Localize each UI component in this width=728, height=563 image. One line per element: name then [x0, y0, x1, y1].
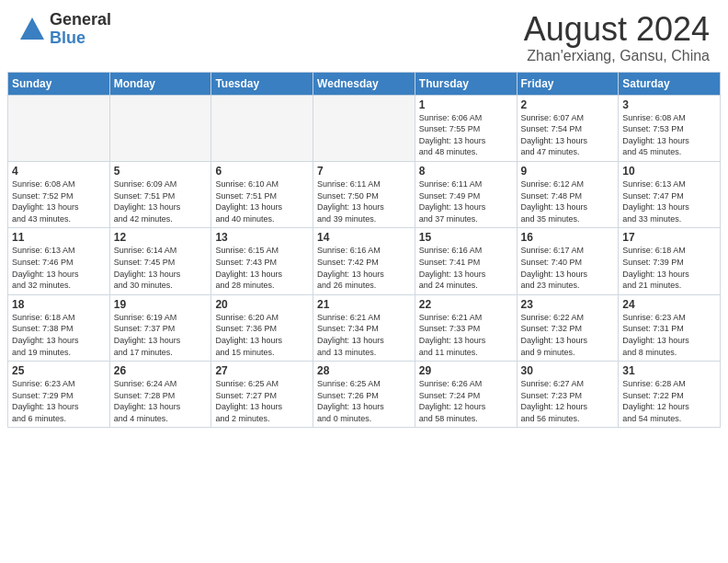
- calendar-day-29: 29Sunrise: 6:26 AM Sunset: 7:24 PM Dayli…: [415, 362, 517, 428]
- day-info: Sunrise: 6:18 AM Sunset: 7:38 PM Dayligh…: [12, 312, 106, 358]
- day-number: 1: [419, 98, 513, 111]
- calendar-day-17: 17Sunrise: 6:18 AM Sunset: 7:39 PM Dayli…: [619, 228, 721, 294]
- day-number: 23: [521, 298, 615, 311]
- day-info: Sunrise: 6:22 AM Sunset: 7:32 PM Dayligh…: [521, 312, 615, 358]
- day-info: Sunrise: 6:12 AM Sunset: 7:48 PM Dayligh…: [521, 178, 615, 224]
- calendar-table: SundayMondayTuesdayWednesdayThursdayFrid…: [7, 72, 721, 429]
- day-number: 18: [12, 298, 106, 311]
- day-info: Sunrise: 6:21 AM Sunset: 7:33 PM Dayligh…: [419, 312, 513, 358]
- location-subtitle: Zhan'erxiang, Gansu, China: [524, 48, 710, 64]
- day-number: 14: [317, 231, 411, 244]
- calendar-day-5: 5Sunrise: 6:09 AM Sunset: 7:51 PM Daylig…: [109, 161, 211, 227]
- day-info: Sunrise: 6:20 AM Sunset: 7:36 PM Dayligh…: [215, 312, 309, 358]
- logo-icon: [18, 16, 46, 43]
- weekday-header-thursday: Thursday: [415, 72, 517, 95]
- calendar-day-28: 28Sunrise: 6:25 AM Sunset: 7:26 PM Dayli…: [313, 362, 415, 428]
- calendar-day-20: 20Sunrise: 6:20 AM Sunset: 7:36 PM Dayli…: [211, 294, 313, 361]
- day-info: Sunrise: 6:26 AM Sunset: 7:24 PM Dayligh…: [419, 378, 513, 424]
- calendar-day-6: 6Sunrise: 6:10 AM Sunset: 7:51 PM Daylig…: [211, 161, 313, 227]
- day-number: 10: [622, 165, 716, 178]
- calendar-empty-cell: [8, 95, 110, 161]
- day-info: Sunrise: 6:10 AM Sunset: 7:51 PM Dayligh…: [215, 178, 309, 224]
- day-info: Sunrise: 6:11 AM Sunset: 7:49 PM Dayligh…: [419, 178, 513, 224]
- day-info: Sunrise: 6:23 AM Sunset: 7:31 PM Dayligh…: [622, 312, 716, 358]
- weekday-header-sunday: Sunday: [8, 72, 110, 95]
- day-number: 3: [622, 98, 716, 111]
- page-header: General Blue August 2024 Zhan'erxiang, G…: [0, 0, 728, 72]
- calendar-day-7: 7Sunrise: 6:11 AM Sunset: 7:50 PM Daylig…: [313, 161, 415, 227]
- day-number: 21: [317, 298, 411, 311]
- day-number: 16: [521, 231, 615, 244]
- day-number: 31: [622, 364, 716, 377]
- calendar-day-13: 13Sunrise: 6:15 AM Sunset: 7:43 PM Dayli…: [211, 228, 313, 294]
- day-info: Sunrise: 6:06 AM Sunset: 7:55 PM Dayligh…: [419, 112, 513, 158]
- weekday-header-saturday: Saturday: [619, 72, 721, 95]
- logo: General Blue: [18, 11, 111, 48]
- calendar-day-1: 1Sunrise: 6:06 AM Sunset: 7:55 PM Daylig…: [415, 95, 517, 161]
- day-number: 22: [419, 298, 513, 311]
- day-number: 29: [419, 364, 513, 377]
- day-number: 11: [12, 231, 106, 244]
- day-number: 13: [215, 231, 309, 244]
- calendar-day-31: 31Sunrise: 6:28 AM Sunset: 7:22 PM Dayli…: [619, 362, 721, 428]
- day-info: Sunrise: 6:14 AM Sunset: 7:45 PM Dayligh…: [114, 245, 208, 291]
- calendar-day-11: 11Sunrise: 6:13 AM Sunset: 7:46 PM Dayli…: [8, 228, 110, 294]
- day-number: 2: [521, 98, 615, 111]
- day-number: 8: [419, 165, 513, 178]
- calendar-day-14: 14Sunrise: 6:16 AM Sunset: 7:42 PM Dayli…: [313, 228, 415, 294]
- logo-blue-text: Blue: [50, 29, 111, 48]
- day-number: 20: [215, 298, 309, 311]
- day-info: Sunrise: 6:27 AM Sunset: 7:23 PM Dayligh…: [521, 378, 615, 424]
- day-info: Sunrise: 6:17 AM Sunset: 7:40 PM Dayligh…: [521, 245, 615, 291]
- calendar-week-4: 18Sunrise: 6:18 AM Sunset: 7:38 PM Dayli…: [8, 294, 721, 361]
- calendar-day-18: 18Sunrise: 6:18 AM Sunset: 7:38 PM Dayli…: [8, 294, 110, 361]
- day-info: Sunrise: 6:07 AM Sunset: 7:54 PM Dayligh…: [521, 112, 615, 158]
- day-info: Sunrise: 6:25 AM Sunset: 7:27 PM Dayligh…: [215, 378, 309, 424]
- day-info: Sunrise: 6:11 AM Sunset: 7:50 PM Dayligh…: [317, 178, 411, 224]
- calendar-week-5: 25Sunrise: 6:23 AM Sunset: 7:29 PM Dayli…: [8, 362, 721, 428]
- calendar-day-15: 15Sunrise: 6:16 AM Sunset: 7:41 PM Dayli…: [415, 228, 517, 294]
- calendar-day-2: 2Sunrise: 6:07 AM Sunset: 7:54 PM Daylig…: [517, 95, 619, 161]
- calendar-wrapper: SundayMondayTuesdayWednesdayThursdayFrid…: [0, 72, 728, 429]
- calendar-day-22: 22Sunrise: 6:21 AM Sunset: 7:33 PM Dayli…: [415, 294, 517, 361]
- day-info: Sunrise: 6:25 AM Sunset: 7:26 PM Dayligh…: [317, 378, 411, 424]
- calendar-day-12: 12Sunrise: 6:14 AM Sunset: 7:45 PM Dayli…: [109, 228, 211, 294]
- calendar-empty-cell: [109, 95, 211, 161]
- day-info: Sunrise: 6:24 AM Sunset: 7:28 PM Dayligh…: [114, 378, 208, 424]
- weekday-header-tuesday: Tuesday: [211, 72, 313, 95]
- calendar-week-2: 4Sunrise: 6:08 AM Sunset: 7:52 PM Daylig…: [8, 161, 721, 227]
- calendar-day-26: 26Sunrise: 6:24 AM Sunset: 7:28 PM Dayli…: [109, 362, 211, 428]
- day-info: Sunrise: 6:09 AM Sunset: 7:51 PM Dayligh…: [114, 178, 208, 224]
- day-number: 9: [521, 165, 615, 178]
- calendar-day-4: 4Sunrise: 6:08 AM Sunset: 7:52 PM Daylig…: [8, 161, 110, 227]
- day-info: Sunrise: 6:18 AM Sunset: 7:39 PM Dayligh…: [622, 245, 716, 291]
- calendar-day-8: 8Sunrise: 6:11 AM Sunset: 7:49 PM Daylig…: [415, 161, 517, 227]
- day-info: Sunrise: 6:19 AM Sunset: 7:37 PM Dayligh…: [114, 312, 208, 358]
- day-number: 15: [419, 231, 513, 244]
- calendar-week-1: 1Sunrise: 6:06 AM Sunset: 7:55 PM Daylig…: [8, 95, 721, 161]
- day-info: Sunrise: 6:28 AM Sunset: 7:22 PM Dayligh…: [622, 378, 716, 424]
- calendar-day-3: 3Sunrise: 6:08 AM Sunset: 7:53 PM Daylig…: [619, 95, 721, 161]
- day-number: 5: [114, 165, 208, 178]
- day-info: Sunrise: 6:23 AM Sunset: 7:29 PM Dayligh…: [12, 378, 106, 424]
- calendar-week-3: 11Sunrise: 6:13 AM Sunset: 7:46 PM Dayli…: [8, 228, 721, 294]
- day-number: 25: [12, 364, 106, 377]
- calendar-day-10: 10Sunrise: 6:13 AM Sunset: 7:47 PM Dayli…: [619, 161, 721, 227]
- day-number: 30: [521, 364, 615, 377]
- month-year-title: August 2024: [524, 11, 710, 48]
- day-info: Sunrise: 6:13 AM Sunset: 7:46 PM Dayligh…: [12, 245, 106, 291]
- day-number: 26: [114, 364, 208, 377]
- day-number: 4: [12, 165, 106, 178]
- day-number: 24: [622, 298, 716, 311]
- day-info: Sunrise: 6:16 AM Sunset: 7:41 PM Dayligh…: [419, 245, 513, 291]
- day-number: 27: [215, 364, 309, 377]
- day-number: 17: [622, 231, 716, 244]
- day-info: Sunrise: 6:13 AM Sunset: 7:47 PM Dayligh…: [622, 178, 716, 224]
- calendar-day-9: 9Sunrise: 6:12 AM Sunset: 7:48 PM Daylig…: [517, 161, 619, 227]
- calendar-day-30: 30Sunrise: 6:27 AM Sunset: 7:23 PM Dayli…: [517, 362, 619, 428]
- weekday-header-row: SundayMondayTuesdayWednesdayThursdayFrid…: [8, 72, 721, 95]
- day-info: Sunrise: 6:15 AM Sunset: 7:43 PM Dayligh…: [215, 245, 309, 291]
- day-number: 6: [215, 165, 309, 178]
- weekday-header-friday: Friday: [517, 72, 619, 95]
- weekday-header-wednesday: Wednesday: [313, 72, 415, 95]
